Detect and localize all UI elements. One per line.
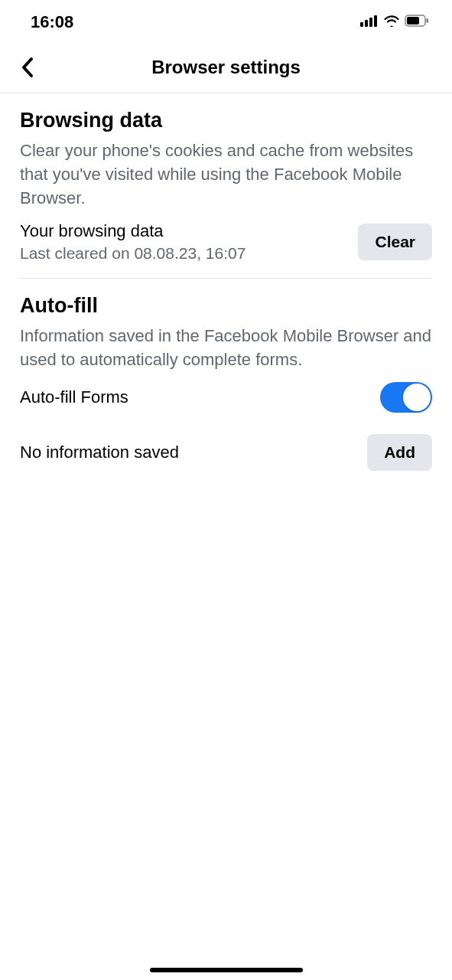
status-time: 16:08 xyxy=(31,12,73,32)
svg-rect-0 xyxy=(360,22,363,27)
browsing-data-row: Your browsing data Last cleared on 08.08… xyxy=(20,221,432,263)
autofill-toggle-label: Auto-fill Forms xyxy=(20,387,128,407)
browsing-data-label: Your browsing data xyxy=(20,221,246,241)
divider xyxy=(20,278,432,279)
svg-rect-2 xyxy=(369,18,372,27)
status-bar: 16:08 xyxy=(0,0,452,41)
clear-button[interactable]: Clear xyxy=(358,224,432,260)
autofill-toggle[interactable] xyxy=(380,382,432,413)
autofill-info-label: No information saved xyxy=(20,443,179,462)
svg-rect-3 xyxy=(374,15,377,27)
cellular-icon xyxy=(360,15,379,30)
svg-rect-1 xyxy=(365,20,368,27)
status-icons xyxy=(360,15,429,30)
autofill-section: Auto-fill Information saved in the Faceb… xyxy=(20,294,432,471)
wifi-icon xyxy=(383,15,400,30)
chevron-left-icon xyxy=(21,57,34,78)
battery-icon xyxy=(405,15,429,30)
home-indicator[interactable] xyxy=(150,968,303,972)
svg-rect-5 xyxy=(407,17,419,24)
toggle-knob xyxy=(403,384,431,411)
section-desc-autofill: Information saved in the Facebook Mobile… xyxy=(20,324,432,371)
nav-header: Browser settings xyxy=(0,41,452,93)
section-title-browsing: Browsing data xyxy=(20,109,432,132)
svg-rect-6 xyxy=(427,18,429,23)
section-desc-browsing: Clear your phone's cookies and cache fro… xyxy=(20,139,432,211)
autofill-toggle-row: Auto-fill Forms xyxy=(20,382,432,413)
autofill-info-row: No information saved Add xyxy=(20,434,432,471)
browsing-data-sublabel: Last cleared on 08.08.23, 16:07 xyxy=(20,244,246,263)
browsing-data-section: Browsing data Clear your phone's cookies… xyxy=(20,109,432,263)
page-title: Browser settings xyxy=(151,57,301,78)
add-button[interactable]: Add xyxy=(367,434,432,471)
back-button[interactable] xyxy=(14,54,41,81)
section-title-autofill: Auto-fill xyxy=(20,294,432,318)
